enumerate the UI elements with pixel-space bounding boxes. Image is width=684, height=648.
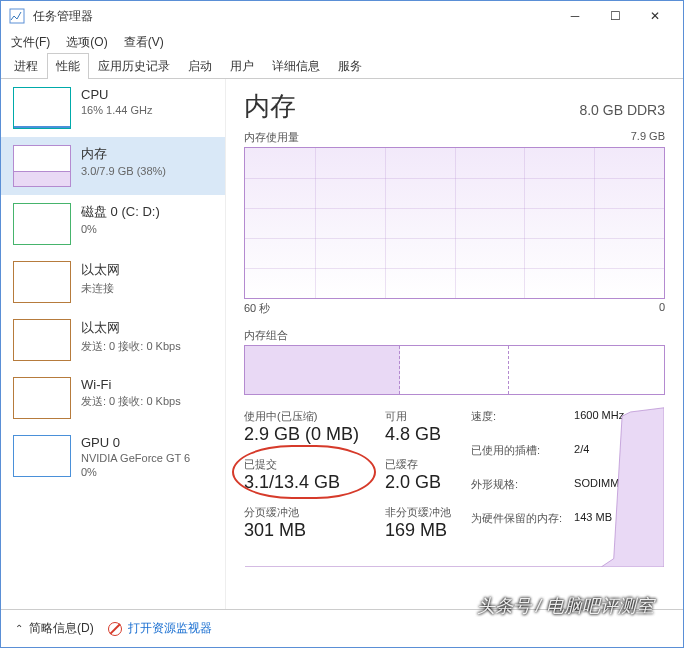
sidebar-item-ethernet-0[interactable]: 以太网 未连接 <box>1 253 225 311</box>
disk-thumb-icon <box>13 203 71 245</box>
sidebar-item-label: GPU 0 <box>81 435 190 450</box>
sidebar-item-label: Wi-Fi <box>81 377 181 392</box>
sidebar-item-wifi[interactable]: Wi-Fi 发送: 0 接收: 0 Kbps <box>1 369 225 427</box>
chart-max-label: 7.9 GB <box>631 130 665 145</box>
tab-startup[interactable]: 启动 <box>179 53 221 79</box>
sidebar-item-label: 以太网 <box>81 319 181 337</box>
memory-capacity: 8.0 GB DDR3 <box>579 102 665 118</box>
taskmgr-icon <box>9 8 25 24</box>
chart-usage-label: 内存使用量 <box>244 130 299 145</box>
sidebar-item-ethernet-1[interactable]: 以太网 发送: 0 接收: 0 Kbps <box>1 311 225 369</box>
sidebar-item-label: 以太网 <box>81 261 120 279</box>
menubar: 文件(F) 选项(O) 查看(V) <box>1 31 683 53</box>
memory-composition-chart <box>244 345 665 395</box>
tabs: 进程 性能 应用历史记录 启动 用户 详细信息 服务 <box>1 53 683 79</box>
stat-committed: 已提交 3.1/13.4 GB <box>244 457 359 493</box>
cpu-thumb-icon <box>13 87 71 129</box>
tab-details[interactable]: 详细信息 <box>263 53 329 79</box>
minimize-button[interactable]: ─ <box>555 2 595 30</box>
ethernet-thumb-icon <box>13 319 71 361</box>
main-panel: 内存 8.0 GB DDR3 内存使用量 7.9 GB 60 秒 0 <box>226 79 683 609</box>
gpu-thumb-icon <box>13 435 71 477</box>
tab-performance[interactable]: 性能 <box>47 53 89 79</box>
svg-rect-0 <box>10 9 24 23</box>
tab-processes[interactable]: 进程 <box>5 53 47 79</box>
resmon-icon <box>108 622 122 636</box>
tab-app-history[interactable]: 应用历史记录 <box>89 53 179 79</box>
fewer-details-button[interactable]: ⌃ 简略信息(D) <box>15 620 94 637</box>
sidebar-item-sub: 未连接 <box>81 281 120 296</box>
sidebar-item-sub: 16% 1.44 GHz <box>81 104 153 116</box>
sidebar-item-label: 内存 <box>81 145 166 163</box>
window-title: 任务管理器 <box>33 8 555 25</box>
tab-users[interactable]: 用户 <box>221 53 263 79</box>
sidebar-item-sub: 发送: 0 接收: 0 Kbps <box>81 339 181 354</box>
menu-options[interactable]: 选项(O) <box>62 32 111 53</box>
tab-services[interactable]: 服务 <box>329 53 371 79</box>
sidebar-item-sub2: 0% <box>81 466 190 478</box>
ethernet-thumb-icon <box>13 261 71 303</box>
sidebar: CPU 16% 1.44 GHz 内存 3.0/7.9 GB (38%) 磁盘 … <box>1 79 226 609</box>
close-button[interactable]: ✕ <box>635 2 675 30</box>
sidebar-item-sub: 0% <box>81 223 160 235</box>
sidebar-item-sub: 发送: 0 接收: 0 Kbps <box>81 394 181 409</box>
memory-usage-chart <box>244 147 665 299</box>
sidebar-item-sub: 3.0/7.9 GB (38%) <box>81 165 166 177</box>
sidebar-item-gpu[interactable]: GPU 0 NVIDIA GeForce GT 6 0% <box>1 427 225 486</box>
wifi-thumb-icon <box>13 377 71 419</box>
sidebar-item-sub: NVIDIA GeForce GT 6 <box>81 452 190 464</box>
menu-file[interactable]: 文件(F) <box>7 32 54 53</box>
menu-view[interactable]: 查看(V) <box>120 32 168 53</box>
chevron-up-icon: ⌃ <box>15 623 23 634</box>
maximize-button[interactable]: ☐ <box>595 2 635 30</box>
sidebar-item-label: 磁盘 0 (C: D:) <box>81 203 160 221</box>
page-title: 内存 <box>244 89 296 124</box>
sidebar-item-disk[interactable]: 磁盘 0 (C: D:) 0% <box>1 195 225 253</box>
footer: ⌃ 简略信息(D) 打开资源监视器 <box>1 609 683 647</box>
open-resource-monitor-link[interactable]: 打开资源监视器 <box>108 620 212 637</box>
sidebar-item-label: CPU <box>81 87 153 102</box>
sidebar-item-cpu[interactable]: CPU 16% 1.44 GHz <box>1 79 225 137</box>
memory-thumb-icon <box>13 145 71 187</box>
titlebar[interactable]: 任务管理器 ─ ☐ ✕ <box>1 1 683 31</box>
sidebar-item-memory[interactable]: 内存 3.0/7.9 GB (38%) <box>1 137 225 195</box>
